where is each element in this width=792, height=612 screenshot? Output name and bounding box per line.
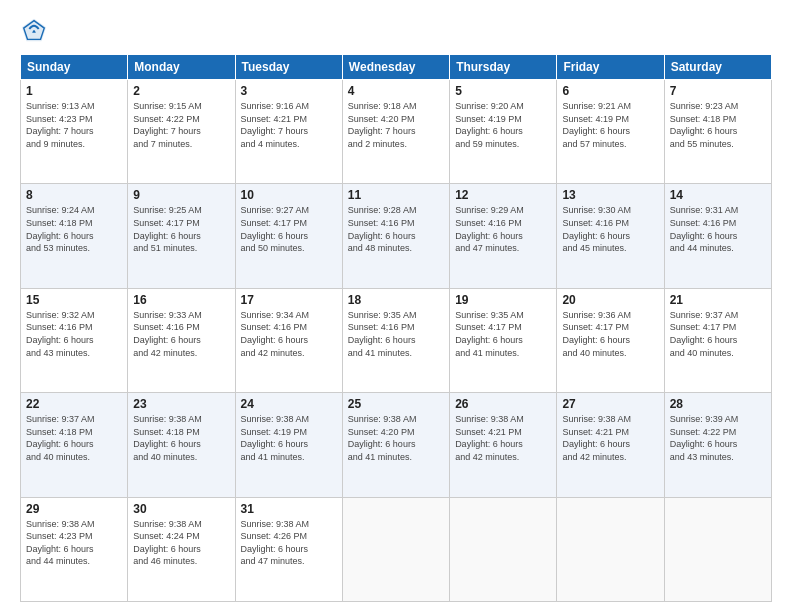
day-cell-17: 17Sunrise: 9:34 AM Sunset: 4:16 PM Dayli… — [235, 288, 342, 392]
day-info: Sunrise: 9:38 AM Sunset: 4:18 PM Dayligh… — [133, 413, 229, 463]
col-header-thursday: Thursday — [450, 55, 557, 80]
day-info: Sunrise: 9:38 AM Sunset: 4:26 PM Dayligh… — [241, 518, 337, 568]
day-number: 15 — [26, 293, 122, 307]
col-header-sunday: Sunday — [21, 55, 128, 80]
day-info: Sunrise: 9:38 AM Sunset: 4:24 PM Dayligh… — [133, 518, 229, 568]
day-cell-27: 27Sunrise: 9:38 AM Sunset: 4:21 PM Dayli… — [557, 393, 664, 497]
calendar-table: SundayMondayTuesdayWednesdayThursdayFrid… — [20, 54, 772, 602]
day-number: 20 — [562, 293, 658, 307]
col-header-wednesday: Wednesday — [342, 55, 449, 80]
empty-cell — [664, 497, 771, 601]
header — [20, 16, 772, 44]
day-cell-9: 9Sunrise: 9:25 AM Sunset: 4:17 PM Daylig… — [128, 184, 235, 288]
day-cell-20: 20Sunrise: 9:36 AM Sunset: 4:17 PM Dayli… — [557, 288, 664, 392]
day-info: Sunrise: 9:24 AM Sunset: 4:18 PM Dayligh… — [26, 204, 122, 254]
day-number: 9 — [133, 188, 229, 202]
col-header-monday: Monday — [128, 55, 235, 80]
day-number: 17 — [241, 293, 337, 307]
day-cell-3: 3Sunrise: 9:16 AM Sunset: 4:21 PM Daylig… — [235, 80, 342, 184]
day-info: Sunrise: 9:37 AM Sunset: 4:18 PM Dayligh… — [26, 413, 122, 463]
day-info: Sunrise: 9:38 AM Sunset: 4:21 PM Dayligh… — [455, 413, 551, 463]
day-cell-19: 19Sunrise: 9:35 AM Sunset: 4:17 PM Dayli… — [450, 288, 557, 392]
page: SundayMondayTuesdayWednesdayThursdayFrid… — [0, 0, 792, 612]
logo — [20, 16, 54, 44]
day-info: Sunrise: 9:27 AM Sunset: 4:17 PM Dayligh… — [241, 204, 337, 254]
col-header-friday: Friday — [557, 55, 664, 80]
day-cell-31: 31Sunrise: 9:38 AM Sunset: 4:26 PM Dayli… — [235, 497, 342, 601]
day-info: Sunrise: 9:23 AM Sunset: 4:18 PM Dayligh… — [670, 100, 766, 150]
day-cell-12: 12Sunrise: 9:29 AM Sunset: 4:16 PM Dayli… — [450, 184, 557, 288]
day-cell-24: 24Sunrise: 9:38 AM Sunset: 4:19 PM Dayli… — [235, 393, 342, 497]
day-number: 29 — [26, 502, 122, 516]
day-number: 31 — [241, 502, 337, 516]
day-cell-22: 22Sunrise: 9:37 AM Sunset: 4:18 PM Dayli… — [21, 393, 128, 497]
day-number: 7 — [670, 84, 766, 98]
empty-cell — [342, 497, 449, 601]
day-cell-10: 10Sunrise: 9:27 AM Sunset: 4:17 PM Dayli… — [235, 184, 342, 288]
day-info: Sunrise: 9:32 AM Sunset: 4:16 PM Dayligh… — [26, 309, 122, 359]
day-cell-21: 21Sunrise: 9:37 AM Sunset: 4:17 PM Dayli… — [664, 288, 771, 392]
day-number: 25 — [348, 397, 444, 411]
week-row-4: 22Sunrise: 9:37 AM Sunset: 4:18 PM Dayli… — [21, 393, 772, 497]
day-number: 21 — [670, 293, 766, 307]
day-cell-16: 16Sunrise: 9:33 AM Sunset: 4:16 PM Dayli… — [128, 288, 235, 392]
day-cell-30: 30Sunrise: 9:38 AM Sunset: 4:24 PM Dayli… — [128, 497, 235, 601]
day-cell-29: 29Sunrise: 9:38 AM Sunset: 4:23 PM Dayli… — [21, 497, 128, 601]
day-number: 24 — [241, 397, 337, 411]
day-number: 4 — [348, 84, 444, 98]
header-row: SundayMondayTuesdayWednesdayThursdayFrid… — [21, 55, 772, 80]
week-row-5: 29Sunrise: 9:38 AM Sunset: 4:23 PM Dayli… — [21, 497, 772, 601]
day-number: 14 — [670, 188, 766, 202]
day-info: Sunrise: 9:36 AM Sunset: 4:17 PM Dayligh… — [562, 309, 658, 359]
col-header-saturday: Saturday — [664, 55, 771, 80]
day-number: 27 — [562, 397, 658, 411]
day-info: Sunrise: 9:38 AM Sunset: 4:19 PM Dayligh… — [241, 413, 337, 463]
day-number: 22 — [26, 397, 122, 411]
day-info: Sunrise: 9:15 AM Sunset: 4:22 PM Dayligh… — [133, 100, 229, 150]
day-info: Sunrise: 9:30 AM Sunset: 4:16 PM Dayligh… — [562, 204, 658, 254]
week-row-2: 8Sunrise: 9:24 AM Sunset: 4:18 PM Daylig… — [21, 184, 772, 288]
day-info: Sunrise: 9:29 AM Sunset: 4:16 PM Dayligh… — [455, 204, 551, 254]
day-number: 12 — [455, 188, 551, 202]
day-cell-7: 7Sunrise: 9:23 AM Sunset: 4:18 PM Daylig… — [664, 80, 771, 184]
day-number: 13 — [562, 188, 658, 202]
day-info: Sunrise: 9:18 AM Sunset: 4:20 PM Dayligh… — [348, 100, 444, 150]
day-number: 6 — [562, 84, 658, 98]
empty-cell — [557, 497, 664, 601]
day-number: 23 — [133, 397, 229, 411]
logo-icon — [20, 16, 48, 44]
day-cell-23: 23Sunrise: 9:38 AM Sunset: 4:18 PM Dayli… — [128, 393, 235, 497]
day-cell-13: 13Sunrise: 9:30 AM Sunset: 4:16 PM Dayli… — [557, 184, 664, 288]
day-info: Sunrise: 9:33 AM Sunset: 4:16 PM Dayligh… — [133, 309, 229, 359]
week-row-3: 15Sunrise: 9:32 AM Sunset: 4:16 PM Dayli… — [21, 288, 772, 392]
day-cell-2: 2Sunrise: 9:15 AM Sunset: 4:22 PM Daylig… — [128, 80, 235, 184]
day-cell-4: 4Sunrise: 9:18 AM Sunset: 4:20 PM Daylig… — [342, 80, 449, 184]
day-info: Sunrise: 9:20 AM Sunset: 4:19 PM Dayligh… — [455, 100, 551, 150]
day-number: 2 — [133, 84, 229, 98]
empty-cell — [450, 497, 557, 601]
day-cell-14: 14Sunrise: 9:31 AM Sunset: 4:16 PM Dayli… — [664, 184, 771, 288]
day-info: Sunrise: 9:35 AM Sunset: 4:17 PM Dayligh… — [455, 309, 551, 359]
day-number: 16 — [133, 293, 229, 307]
day-info: Sunrise: 9:31 AM Sunset: 4:16 PM Dayligh… — [670, 204, 766, 254]
day-cell-11: 11Sunrise: 9:28 AM Sunset: 4:16 PM Dayli… — [342, 184, 449, 288]
day-info: Sunrise: 9:38 AM Sunset: 4:20 PM Dayligh… — [348, 413, 444, 463]
day-info: Sunrise: 9:25 AM Sunset: 4:17 PM Dayligh… — [133, 204, 229, 254]
day-cell-5: 5Sunrise: 9:20 AM Sunset: 4:19 PM Daylig… — [450, 80, 557, 184]
col-header-tuesday: Tuesday — [235, 55, 342, 80]
day-cell-26: 26Sunrise: 9:38 AM Sunset: 4:21 PM Dayli… — [450, 393, 557, 497]
week-row-1: 1Sunrise: 9:13 AM Sunset: 4:23 PM Daylig… — [21, 80, 772, 184]
day-number: 5 — [455, 84, 551, 98]
day-number: 30 — [133, 502, 229, 516]
day-number: 26 — [455, 397, 551, 411]
day-cell-8: 8Sunrise: 9:24 AM Sunset: 4:18 PM Daylig… — [21, 184, 128, 288]
day-number: 10 — [241, 188, 337, 202]
day-info: Sunrise: 9:39 AM Sunset: 4:22 PM Dayligh… — [670, 413, 766, 463]
day-info: Sunrise: 9:34 AM Sunset: 4:16 PM Dayligh… — [241, 309, 337, 359]
day-info: Sunrise: 9:13 AM Sunset: 4:23 PM Dayligh… — [26, 100, 122, 150]
day-number: 19 — [455, 293, 551, 307]
day-number: 8 — [26, 188, 122, 202]
day-number: 18 — [348, 293, 444, 307]
day-number: 28 — [670, 397, 766, 411]
day-info: Sunrise: 9:37 AM Sunset: 4:17 PM Dayligh… — [670, 309, 766, 359]
